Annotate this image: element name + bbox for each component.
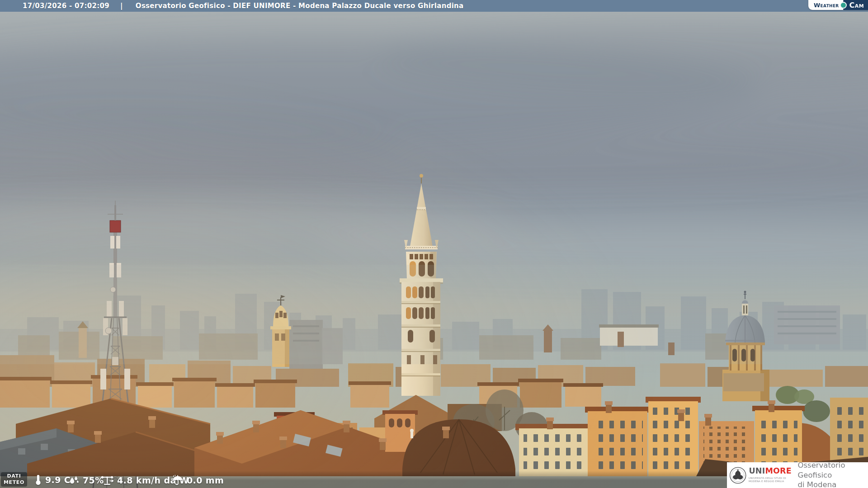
rain-icon	[172, 474, 184, 486]
temperature-value: 9.9 C	[45, 475, 71, 485]
weathercam-dot-icon	[840, 2, 847, 9]
unimore-wordmark: UNIMORE UNIVERSITÀ DEGLI STUDI DI MODENA…	[749, 467, 797, 483]
unimore-more-text: MORE	[765, 466, 792, 475]
unimore-seal-icon	[729, 464, 746, 487]
thermometer-icon	[34, 474, 42, 486]
temperature-reading: 9.9 C	[34, 474, 71, 486]
weathercam-cam-label: Cam	[844, 0, 868, 10]
timestamp: 17/03/2026 - 07:02:09	[23, 2, 109, 10]
unimore-uni-text: UNI	[749, 466, 765, 475]
humidity-icon	[68, 475, 80, 486]
observatory-name-line2: di Modena	[797, 480, 868, 488]
rain-reading: 0.0 mm	[172, 474, 224, 486]
dati-label-line1: DATI	[1, 473, 27, 479]
dati-meteo-label: DATI METEO	[1, 472, 27, 487]
observatory-name: Osservatorio Geofisico di Modena	[797, 460, 868, 488]
light-overlays	[0, 12, 868, 488]
title-separator: |	[120, 2, 123, 10]
humidity-reading: 75%	[68, 475, 104, 486]
rain-value: 0.0 mm	[187, 475, 224, 485]
dati-label-line2: METEO	[1, 479, 27, 486]
webcam-page: 17/03/2026 - 07:02:09 | Osservatorio Geo…	[0, 0, 868, 488]
weathercam-weather-label: Weather	[808, 0, 843, 10]
top-status-bar: 17/03/2026 - 07:02:09 | Osservatorio Geo…	[0, 0, 868, 12]
camera-title: Osservatorio Geofisico - DIEF UNIMORE - …	[136, 2, 464, 10]
unimore-university-subtitle: UNIVERSITÀ DEGLI STUDI DI MODENA E REGGI…	[749, 476, 775, 480]
webcam-photo	[0, 12, 868, 488]
university-subtitle-line2: MODENA E REGGIO EMILIA	[749, 480, 775, 483]
weathercam-logo[interactable]: Weather Cam	[808, 0, 868, 10]
wind-icon	[100, 474, 114, 486]
observatory-name-line1: Osservatorio Geofisico	[797, 460, 868, 480]
unimore-logo-box[interactable]: UNIMORE UNIVERSITÀ DEGLI STUDI DI MODENA…	[727, 462, 868, 488]
